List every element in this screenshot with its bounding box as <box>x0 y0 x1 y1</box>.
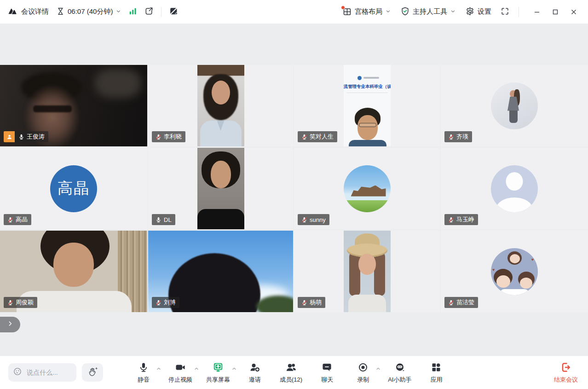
mic-on-icon <box>156 217 161 223</box>
share-screen-icon <box>213 362 224 374</box>
meeting-timer-text: 06:07 (40分钟) <box>68 7 113 16</box>
topbar-divider <box>519 7 519 17</box>
network-signal-icon <box>129 7 137 17</box>
toolbar-members-button[interactable]: 成员(12) <box>280 362 302 384</box>
gear-icon <box>465 6 475 17</box>
participant-name-label: 周俊颖 <box>4 297 37 308</box>
participant-tile[interactable]: 流管理专业本科毕业（设笑对人生 <box>294 65 440 146</box>
participant-tile[interactable]: 杨萌 <box>294 231 440 312</box>
fullscreen-icon <box>501 7 509 17</box>
participant-name-text: 杨萌 <box>310 298 322 307</box>
toolbar-ai-assistant-button[interactable]: AI小助手 <box>388 362 411 384</box>
profile-avatar <box>491 82 538 129</box>
participant-name-label: sunny <box>298 214 329 225</box>
toolbar-button-label: 聊天 <box>321 376 333 384</box>
hourglass-icon <box>56 7 65 17</box>
participant-name-text: 马玉峥 <box>456 215 474 224</box>
toolbar-button-label: 共享屏幕 <box>206 376 230 384</box>
toolbar-record-button[interactable]: 录制 <box>352 362 374 384</box>
participant-name-text: 笑对人生 <box>310 133 334 141</box>
participant-tile[interactable]: 刘博 <box>148 231 293 312</box>
network-signal-indicator[interactable] <box>129 7 137 17</box>
participant-tile[interactable]: DL <box>148 148 293 229</box>
raise-hand-button[interactable] <box>82 363 103 382</box>
participant-name-label: 刘博 <box>152 297 179 308</box>
chat-input-field[interactable] <box>26 368 72 377</box>
layout-dropdown[interactable]: 宫格布局 <box>342 7 391 17</box>
host-tools-dropdown[interactable]: 主持人工具 <box>400 6 456 17</box>
mic-muted-icon <box>301 300 307 306</box>
chevron-right-icon <box>6 320 14 329</box>
participant-tile[interactable]: 王俊涛 <box>0 65 147 146</box>
shared-document-video: 流管理专业本科毕业（设 <box>344 65 391 146</box>
toolbar-apps-button[interactable]: 应用 <box>425 362 447 384</box>
mic-muted-icon <box>448 134 454 140</box>
notification-dot <box>341 6 345 10</box>
chevron-up-expander[interactable] <box>375 366 381 373</box>
participant-tile[interactable]: sunny <box>294 148 440 229</box>
participant-name-text: 李利晓 <box>164 133 182 141</box>
toolbar-button-label: 成员(12) <box>280 376 302 384</box>
toolbar-share-screen-button[interactable]: 共享屏幕 <box>206 362 230 384</box>
annotation-disabled-icon <box>169 6 179 17</box>
mic-muted-icon <box>301 134 307 140</box>
participant-name-label: DL <box>152 214 175 225</box>
end-meeting-label: 结束会议 <box>554 376 578 384</box>
participant-name-text: DL <box>164 216 172 223</box>
minimize-button[interactable] <box>531 6 543 18</box>
profile-avatar: ♥♥ <box>491 248 538 295</box>
mic-muted-icon <box>7 217 13 223</box>
toolbar-invite-button[interactable]: 邀请 <box>244 362 266 384</box>
participant-tile[interactable]: 李利晓 <box>148 65 293 146</box>
participant-tile[interactable]: 周俊颖 <box>0 231 147 312</box>
toolbar-camera-button[interactable]: 停止视频 <box>168 362 192 384</box>
chat-message-input[interactable] <box>8 363 76 382</box>
layout-label: 宫格布局 <box>355 7 382 16</box>
mic-muted-icon <box>448 217 454 223</box>
topbar-divider <box>161 7 161 17</box>
end-meeting-icon <box>560 362 571 374</box>
close-button[interactable] <box>568 6 580 18</box>
expand-sidebar-button[interactable] <box>0 317 20 332</box>
host-badge-icon <box>4 131 15 142</box>
meeting-details-label: 会议详情 <box>21 7 49 16</box>
participant-tile[interactable]: 马玉峥 <box>441 148 588 229</box>
top-bar: 会议详情 06:07 (40分钟) <box>0 0 588 24</box>
participant-name-label: 齐瑛 <box>444 131 472 142</box>
settings-label: 设置 <box>478 7 491 16</box>
toolbar-button-label: 录制 <box>357 376 369 384</box>
annotation-toggle-button[interactable] <box>169 6 179 17</box>
document-title-text: 流管理专业本科毕业（设 <box>344 84 391 90</box>
toolbar-microphone-button[interactable]: 静音 <box>133 362 155 384</box>
apps-icon <box>431 362 442 374</box>
shield-check-icon <box>400 6 410 17</box>
app-logo-icon <box>7 6 18 17</box>
participant-tile[interactable]: 齐瑛 <box>441 65 588 146</box>
fullscreen-button[interactable] <box>501 7 509 17</box>
chevron-up-expander[interactable] <box>194 366 199 373</box>
chevron-up-expander[interactable] <box>156 366 161 373</box>
invite-icon <box>249 362 260 374</box>
participant-tile[interactable]: ♥♥苗洁莹 <box>441 231 588 312</box>
members-icon <box>286 362 297 374</box>
participant-name-label: 马玉峥 <box>444 214 478 225</box>
participant-tile[interactable]: 高晶高晶 <box>0 148 147 229</box>
avatar-initials-text: 高晶 <box>58 178 90 199</box>
raise-hand-icon <box>87 366 98 379</box>
chevron-up-expander[interactable] <box>231 366 237 373</box>
participant-grid: 王俊涛李利晓流管理专业本科毕业（设笑对人生齐瑛高晶高晶DLsunny马玉峥周俊颖… <box>0 65 588 312</box>
camera-icon <box>175 362 186 374</box>
meeting-details-button[interactable]: 会议详情 <box>7 6 49 17</box>
participant-name-text: sunny <box>310 216 326 223</box>
mic-muted-icon <box>156 300 161 306</box>
open-in-new-window-button[interactable] <box>144 6 154 17</box>
participant-name-label: 高晶 <box>4 214 31 225</box>
maximize-button[interactable] <box>549 6 561 18</box>
participant-name-text: 王俊涛 <box>27 133 45 141</box>
end-meeting-button[interactable]: 结束会议 <box>554 362 578 384</box>
participant-name-label: 笑对人生 <box>298 131 337 142</box>
meeting-timer-dropdown[interactable]: 06:07 (40分钟) <box>56 7 121 17</box>
settings-button[interactable]: 设置 <box>465 6 491 17</box>
chevron-down-icon <box>450 8 456 16</box>
toolbar-chat-button[interactable]: 聊天 <box>316 362 338 384</box>
